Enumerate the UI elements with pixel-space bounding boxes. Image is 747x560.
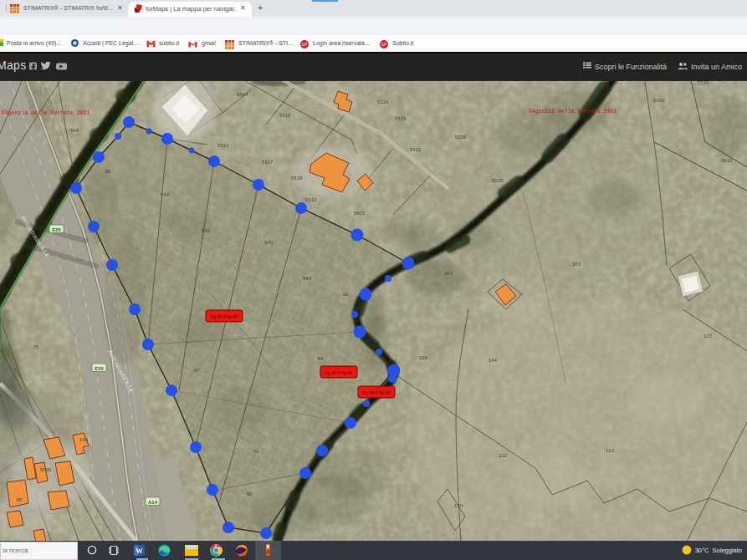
- svg-text:E55: E55: [95, 366, 104, 371]
- svg-text:71: 71: [253, 449, 259, 454]
- svg-text:Fg.36 P.lla 64: Fg.36 P.lla 64: [325, 370, 352, 375]
- svg-text:199: 199: [79, 437, 89, 442]
- svg-text:543: 543: [303, 276, 312, 281]
- svg-text:SP: SP: [381, 42, 387, 47]
- svg-text:92: 92: [343, 292, 349, 297]
- svg-text:5195: 5195: [40, 467, 52, 472]
- svg-text:5323: 5323: [395, 116, 407, 121]
- svg-text:123: 123: [606, 448, 615, 453]
- svg-text:5329: 5329: [698, 81, 709, 85]
- svg-text:5325: 5325: [492, 178, 504, 183]
- svg-text:5317: 5317: [262, 160, 274, 165]
- svg-text:5423: 5423: [354, 211, 366, 216]
- svg-text:90: 90: [247, 491, 253, 496]
- svg-text:67: 67: [194, 368, 200, 373]
- svg-text:W: W: [136, 547, 143, 555]
- svg-text:5318: 5318: [291, 176, 303, 181]
- svg-text:544: 544: [70, 128, 79, 133]
- svg-text:©Agenzia delle Entrate 2021: ©Agenzia delle Entrate 2021: [529, 108, 617, 115]
- svg-text:©Agenzia delle Entrate 2021: ©Agenzia delle Entrate 2021: [2, 109, 90, 116]
- svg-text:5316: 5316: [279, 113, 291, 118]
- svg-text:203: 203: [572, 262, 581, 267]
- svg-text:545: 545: [202, 228, 211, 233]
- svg-text:5960: 5960: [653, 98, 665, 103]
- svg-text:5314: 5314: [237, 92, 248, 97]
- svg-text:144: 144: [489, 358, 498, 363]
- svg-text:75: 75: [33, 344, 39, 349]
- svg-text:Fg.36 P.lla 87: Fg.36 P.lla 87: [210, 314, 238, 319]
- svg-text:6932: 6932: [721, 158, 733, 163]
- svg-text:122: 122: [499, 453, 508, 458]
- svg-text:546: 546: [264, 240, 274, 245]
- svg-text:5324: 5324: [377, 99, 389, 104]
- svg-text:Fg.36 P.lla 95: Fg.36 P.lla 95: [362, 390, 390, 395]
- svg-text:544: 544: [161, 192, 170, 197]
- svg-text:5322: 5322: [410, 147, 422, 152]
- svg-text:5313: 5313: [217, 143, 229, 148]
- svg-text:127: 127: [704, 333, 713, 339]
- svg-text:201: 201: [444, 271, 453, 276]
- svg-text:130: 130: [454, 503, 463, 508]
- svg-text:64: 64: [318, 356, 324, 361]
- svg-text:85: 85: [17, 497, 23, 502]
- svg-text:A14: A14: [148, 500, 158, 505]
- svg-text:5328: 5328: [455, 135, 467, 140]
- svg-text:E55: E55: [52, 227, 61, 232]
- svg-text:82: 82: [105, 169, 111, 174]
- svg-text:126: 126: [419, 355, 428, 360]
- svg-text:SP: SP: [302, 42, 308, 47]
- svg-text:5312: 5312: [305, 197, 317, 202]
